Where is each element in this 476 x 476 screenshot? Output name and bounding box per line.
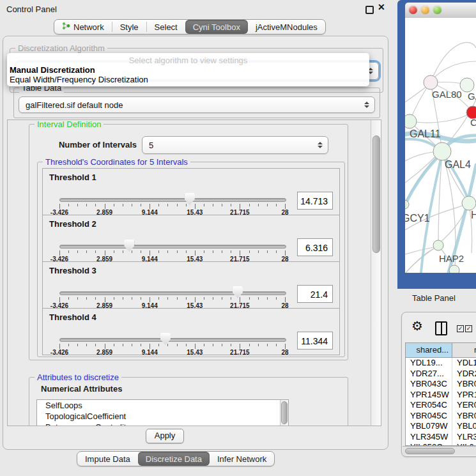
threshold-value-input[interactable]: 6.316 [297,238,333,256]
settings-scroll-area: Interval Definition Number of Intervals … [7,119,381,426]
tick-mark [59,250,60,256]
threshold-label: Threshold 2 [49,219,96,229]
slider-track[interactable] [59,245,286,249]
table-row[interactable]: YPR145WYPR1 [406,390,476,401]
minimize-window-button[interactable] [421,6,429,14]
table-row[interactable]: YBR045CYBR0 [406,411,476,422]
table-data-combo[interactable]: galFiltered.sif default node [19,96,375,113]
close-window-button[interactable] [409,6,417,14]
network-view-window[interactable]: GAL80GACGAL11GAL4GCY1HHAP2 [397,0,476,289]
network-node[interactable] [424,75,438,89]
network-canvas[interactable]: GAL80GACGAL11GAL4GCY1HHAP2 [405,18,476,273]
table-row[interactable]: YDL19...YDL1 [406,358,476,369]
tab-style[interactable]: Style [112,20,146,34]
list-item-betweennesscentrality[interactable]: BetweennessCentrality [37,422,288,426]
tick-mark [114,204,114,206]
dropdown-option-manual-discretization[interactable]: Manual Discretization [10,65,95,75]
tick-mark [204,250,204,253]
tick-mark [204,204,204,206]
table-cell: YBL079W [406,421,452,432]
bottom-tab-bar: Impute DataDiscretize DataInfer Network [77,451,275,466]
tab-label: Select [155,22,178,32]
tick-mark [276,204,277,206]
tick-mark [258,344,259,346]
tick-mark [68,344,69,346]
main-scrollbar[interactable] [371,120,381,426]
table-row[interactable]: YBR043CYBR0 [406,379,476,390]
tick-mark [95,297,96,300]
tick-mark [267,250,268,253]
slider-track[interactable] [59,338,286,342]
tick-label: 28 [281,349,288,356]
close-icon[interactable]: ✕ [378,2,385,12]
checkbox-icon[interactable]: ✓ [465,325,472,332]
settings-gear-icon[interactable]: ⚙ [411,318,423,334]
split-columns-icon[interactable] [435,321,447,335]
table-cell: YBR045C [406,411,452,422]
tab-impute-data[interactable]: Impute Data [77,452,138,466]
float-window-icon[interactable] [365,6,374,14]
network-node[interactable] [449,265,459,273]
network-edge [431,42,476,82]
tab-cyni-toolbox[interactable]: Cyni Toolbox [185,20,248,34]
tab-network[interactable]: Network [54,20,112,34]
table-horizontal-scrollbar[interactable] [403,446,476,455]
column-header-name[interactable]: n [452,343,476,358]
column-header-shared-name[interactable]: shared... [406,343,452,358]
network-window-titlebar[interactable] [405,3,476,19]
tick-mark [123,250,123,253]
tab-infer-network[interactable]: Infer Network [210,452,274,466]
network-node[interactable] [460,78,474,92]
tick-mark [158,297,159,300]
tick-mark [285,204,286,209]
tab-jactivemnodules[interactable]: jActiveMNodules [248,20,325,34]
node-label: H [471,210,476,220]
table-row[interactable]: YBL079WYBL0 [406,421,476,432]
tick-mark [276,344,277,346]
table-cell: YBR0 [452,379,476,390]
threshold-value-input[interactable]: 14.713 [297,192,333,210]
tick-mark [77,297,78,300]
tick-mark [68,297,69,300]
list-item-selfloops[interactable]: SelfLoops [37,400,288,411]
slider-track[interactable] [59,291,286,295]
tick-mark [86,297,87,300]
dropdown-option-equal-width-frequency-discretization[interactable]: Equal Width/Frequency Discretization [10,75,148,84]
checkbox-icon[interactable]: ✓ [457,325,464,332]
tick-mark [77,344,78,346]
tick-mark [249,250,250,253]
node-label: HAP2 [439,253,464,264]
network-node[interactable] [433,240,443,250]
discretization-algorithm-label: Discretization Algorithm [15,43,107,53]
table-body: YDL19...YDL1YDR27...YDR2YBR043CYBR0YPR14… [406,358,476,432]
node-label: GAL11 [410,128,441,139]
network-node[interactable] [405,114,417,128]
network-node[interactable] [433,142,451,160]
list-scrollbar-thumb[interactable] [281,401,288,424]
tick-mark [167,297,168,300]
table-hscrollbar-thumb[interactable] [405,448,455,454]
list-scrollbar[interactable] [280,400,288,426]
main-scrollbar-thumb[interactable] [372,135,380,253]
threshold-value-input[interactable]: 21.4 [297,285,333,303]
threshold-value-input[interactable]: 11.344 [297,332,333,349]
apply-button[interactable]: Apply [146,429,184,443]
network-node[interactable] [462,196,476,210]
table-row[interactable]: YER054CYER0 [406,400,476,411]
slider-track[interactable] [59,198,286,202]
list-item-topologicalcoefficient[interactable]: TopologicalCoefficient [37,411,288,422]
tick-mark [186,344,187,346]
tick-mark [167,344,168,346]
table-row[interactable]: YLR345WYLR3 [406,432,476,443]
tick-mark [86,344,87,346]
table-row[interactable]: YDR27...YDR2 [406,369,476,380]
number-of-intervals-combo[interactable]: 5 [142,136,328,154]
tab-discretize-data[interactable]: Discretize Data [138,452,210,466]
table-panel-title: Table Panel [412,293,456,303]
tick-mark [285,344,286,349]
tab-label: Discretize Data [146,454,202,464]
tick-mark [95,204,96,206]
tab-select[interactable]: Select [147,20,185,34]
zoom-window-button[interactable] [433,6,441,14]
numerical-attributes-list[interactable]: SelfLoopsTopologicalCoefficientBetweenne… [36,399,289,426]
